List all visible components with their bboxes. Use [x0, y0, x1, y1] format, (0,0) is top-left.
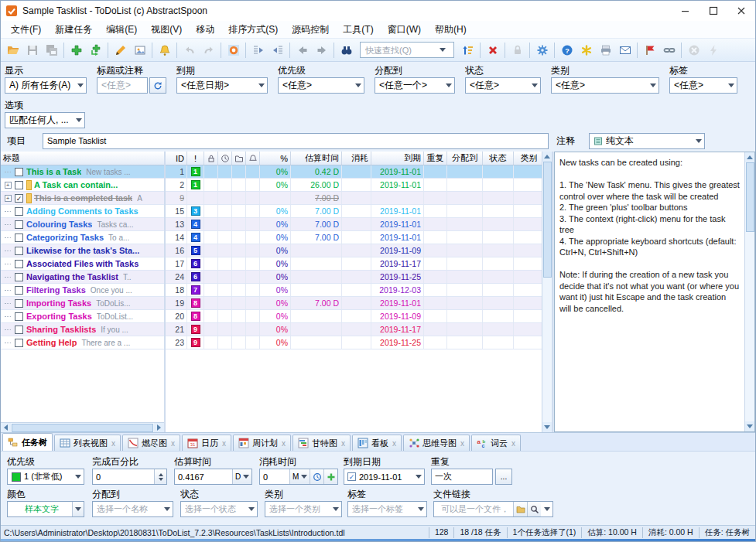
column-header-recur[interactable]: 重复	[424, 152, 447, 165]
column-header-assign[interactable]: 分配到	[447, 152, 483, 165]
spellcheck-button[interactable]	[576, 41, 596, 60]
spent-input[interactable]: 0 M	[259, 469, 338, 485]
filter-combo[interactable]: <任意日期>	[176, 77, 268, 94]
task-tree-row[interactable]: +A Task can contain...	[1, 179, 164, 192]
status-combo[interactable]: 选择一个状态	[180, 501, 258, 517]
view-tab[interactable]: 思维导图x	[403, 435, 470, 451]
column-header-title[interactable]: 标题	[1, 152, 164, 165]
print-button[interactable]	[596, 41, 615, 60]
percent-input[interactable]: 0	[92, 469, 167, 485]
delete-task-button[interactable]	[483, 41, 502, 60]
spent-unit-button[interactable]: M	[289, 469, 310, 484]
open-tasklist-button[interactable]	[3, 41, 22, 60]
task-grid-row[interactable]: 1530%7.00 D2019-11-01	[166, 205, 552, 218]
task-grid-row[interactable]: 1980%7.00 D2019-11-01	[166, 297, 552, 310]
color-combo[interactable]: 样本文字	[7, 501, 84, 517]
filter-combo[interactable]: <任意>	[465, 77, 541, 94]
menu-item[interactable]: 帮助(H)	[428, 22, 474, 38]
percent-spinner[interactable]	[154, 469, 166, 484]
view-tab[interactable]: 周计划x	[233, 435, 291, 451]
view-tab[interactable]: 看板x	[352, 435, 402, 451]
new-subtask-button[interactable]	[86, 41, 105, 60]
view-tab[interactable]: 列表视图x	[54, 435, 121, 451]
preferences-button[interactable]	[532, 41, 552, 60]
task-tree-row[interactable]: This is a TaskNew tasks ...	[1, 165, 164, 179]
comments-scrollbar[interactable]	[744, 152, 754, 431]
task-tree-row[interactable]: Exporting TasksToDoList...	[1, 310, 164, 323]
refresh-button[interactable]	[149, 77, 166, 94]
task-checkbox[interactable]	[15, 273, 23, 281]
column-header-id[interactable]: ID	[166, 152, 187, 165]
minimize-button[interactable]	[672, 1, 700, 21]
task-checkbox[interactable]	[15, 207, 23, 216]
menu-item[interactable]: 移动	[189, 22, 221, 38]
comments-format-combo[interactable]: 纯文本	[589, 133, 705, 149]
column-header-icon_clock[interactable]	[218, 152, 232, 165]
column-header-cat[interactable]: 类别	[514, 152, 545, 165]
column-header-icon_lock[interactable]	[204, 152, 218, 165]
due-date-input[interactable]: ✓ 2019-11-01	[344, 469, 425, 485]
task-grid-row[interactable]: 1650%2019-11-09	[166, 244, 552, 257]
close-button[interactable]	[727, 1, 755, 21]
column-header-est[interactable]: 估算时间	[291, 152, 342, 165]
filter-combo[interactable]: <任意>	[551, 77, 659, 94]
assigned-combo[interactable]: 选择一个名称	[92, 501, 173, 517]
column-header-pri[interactable]: !	[187, 152, 204, 165]
next-task-button[interactable]	[312, 41, 331, 60]
task-checkbox[interactable]	[15, 339, 23, 347]
add-time-button[interactable]	[323, 469, 337, 484]
task-grid-row[interactable]: 1440%7.00 D2019-11-01	[166, 231, 552, 244]
task-checkbox[interactable]	[15, 234, 23, 242]
view-tab[interactable]: acb词云x	[471, 435, 521, 451]
new-task-button[interactable]	[67, 41, 86, 60]
task-tree-row[interactable]: Navigating the TasklistT..	[1, 271, 164, 284]
scroll-thumb[interactable]	[12, 424, 153, 432]
task-icon-button[interactable]	[130, 41, 149, 60]
comments-text[interactable]: New tasks can be created using: 1. The '…	[555, 152, 744, 431]
tab-close-icon[interactable]: x	[222, 439, 226, 448]
scroll-thumb[interactable]	[746, 162, 754, 232]
quick-find-combo[interactable]	[360, 42, 454, 58]
task-checkbox[interactable]	[15, 220, 23, 229]
estimate-unit-button[interactable]: D	[232, 469, 251, 484]
task-checkbox[interactable]: ✓	[15, 194, 23, 203]
maximize-button[interactable]	[700, 1, 727, 21]
column-header-status[interactable]: 状态	[483, 152, 514, 165]
estimate-input[interactable]: 0.4167 D	[174, 469, 252, 485]
set-reminder-button[interactable]	[155, 41, 174, 60]
recurrence-options-button[interactable]: ...	[495, 469, 512, 485]
task-checkbox[interactable]	[15, 299, 23, 308]
filelink-input[interactable]: 可以是一个文件，	[433, 501, 553, 517]
task-grid-row[interactable]: 1340%7.00 D2019-11-01	[166, 218, 552, 231]
edit-task-button[interactable]	[111, 41, 130, 60]
task-grid-row[interactable]: 2080%2019-11-09	[166, 310, 552, 323]
menu-item[interactable]: 编辑(E)	[99, 22, 144, 38]
task-checkbox[interactable]	[15, 168, 23, 176]
menu-item[interactable]: 工具(T)	[336, 22, 380, 38]
help-button[interactable]: ?	[557, 41, 576, 60]
menu-item[interactable]: 视图(V)	[144, 22, 189, 38]
report-issue-button[interactable]	[640, 41, 659, 60]
time-track-button[interactable]	[310, 469, 323, 484]
tree-expand-icon[interactable]: +	[1, 195, 15, 202]
filter-combo[interactable]: A) 所有任务(A)	[5, 77, 87, 94]
scroll-right-icon[interactable]	[154, 423, 164, 433]
filter-combo[interactable]: <任意>	[669, 77, 737, 94]
view-tab[interactable]: 甘特图x	[292, 435, 351, 451]
task-tree-row[interactable]: Adding Comments to Tasks	[1, 205, 164, 218]
indent-task-button[interactable]	[248, 41, 268, 60]
task-checkbox[interactable]	[15, 286, 23, 295]
menu-item[interactable]: 窗口(W)	[381, 22, 428, 38]
tab-close-icon[interactable]: x	[282, 439, 286, 448]
category-combo[interactable]: 选择一个类别	[265, 501, 342, 517]
task-checkbox[interactable]	[15, 181, 23, 189]
column-header-spent[interactable]: 消耗	[342, 152, 371, 165]
browse-file-button[interactable]	[513, 502, 527, 516]
menu-item[interactable]: 新建任务	[48, 22, 99, 38]
tab-close-icon[interactable]: x	[171, 439, 175, 448]
column-header-pct[interactable]: %	[260, 152, 291, 165]
scroll-down-icon[interactable]	[745, 421, 755, 431]
menu-item[interactable]: 排序方式(S)	[221, 22, 285, 38]
scroll-up-icon[interactable]	[542, 152, 552, 162]
scroll-up-icon[interactable]	[745, 152, 755, 162]
